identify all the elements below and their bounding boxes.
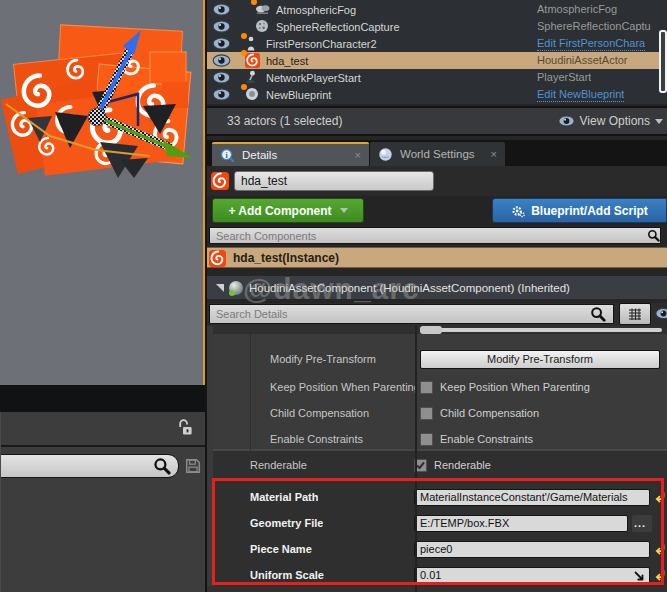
property-row-enable-constraints: Enable Constraints Enable Constraints (213, 426, 667, 452)
keep-position-checkbox[interactable] (420, 381, 433, 394)
view-options-button[interactable]: View Options (558, 114, 663, 128)
outliner-row-atmosphericfog[interactable]: AtmosphericFog AtmosphericFog (207, 1, 667, 18)
property-label: Piece Name (250, 543, 312, 555)
next-row-sliver (207, 586, 667, 592)
chevron-down-icon (340, 208, 348, 213)
search-components-input[interactable] (209, 227, 661, 244)
outliner-row-hda-test[interactable]: hda_test HoudiniAssetActor (207, 52, 667, 69)
details-properties-panel: Modify Pre-Transform Modify Pre-Transfor… (207, 326, 667, 592)
panel-gap (0, 385, 205, 412)
material-path-field[interactable] (414, 489, 650, 506)
asset-search-row (1, 452, 205, 482)
uniform-scale-field[interactable] (414, 567, 650, 584)
property-label: Modify Pre-Transform (270, 353, 376, 365)
property-label: Uniform Scale (250, 569, 324, 581)
component-label: HoudiniAssetComponent (HoudiniAssetCompo… (249, 282, 570, 294)
property-row-material-path: Material Path (207, 484, 661, 510)
edit-blueprint-link[interactable]: Edit FirstPersonChara (537, 36, 645, 51)
player-start-icon (245, 70, 260, 85)
right-column: AtmosphericFog AtmosphericFog SphereRefl… (207, 0, 667, 592)
visibility-eye-icon[interactable] (212, 88, 231, 101)
add-component-button[interactable]: + Add Component (212, 198, 364, 223)
enable-constraints-checkbox[interactable] (420, 433, 433, 446)
value-drag-icon[interactable] (634, 571, 644, 581)
display-filter-eye-icon[interactable] (655, 307, 667, 320)
actor-name-row (207, 166, 667, 196)
outliner-row-newblueprint[interactable]: NewBlueprint Edit NewBlueprint (207, 86, 667, 103)
component-row-houdiniassetcomponent[interactable]: HoudiniAssetComponent (HoudiniAssetCompo… (207, 276, 667, 299)
property-row-uniform-scale: Uniform Scale (207, 562, 661, 588)
tab-bar: Details × World Settings × (207, 140, 667, 166)
property-row-modify-pre-transform: Modify Pre-Transform Modify Pre-Transfor… (213, 346, 667, 372)
edit-blueprint-link[interactable]: Edit NewBlueprint (537, 87, 624, 102)
blueprint-add-script-button[interactable]: Blueprint/Add Script (492, 198, 667, 223)
actor-label: NetworkPlayerStart (266, 72, 361, 84)
visibility-eye-icon[interactable] (212, 20, 231, 33)
actor-label: NewBlueprint (266, 89, 331, 101)
component-buttons-row: + Add Component Blueprint/Add Script (207, 196, 667, 225)
checkbox-label: Keep Position When Parenting (440, 381, 590, 393)
column-splitter[interactable] (415, 326, 417, 592)
outliner-scrollbar-thumb[interactable] (659, 30, 667, 93)
blueprint-label: Blueprint/Add Script (531, 204, 648, 218)
instance-label: hda_test(Instance) (233, 251, 339, 265)
houdini-asset-icon (245, 53, 260, 68)
actor-type: SphereReflectionCaptu (537, 18, 651, 35)
visibility-eye-icon[interactable] (212, 71, 231, 84)
view-options-label: View Options (580, 114, 650, 128)
property-label: Material Path (250, 491, 318, 503)
property-label: Renderable (250, 459, 307, 471)
expanded-arrow-icon[interactable] (216, 284, 224, 292)
button-label: Modify Pre-Transform (487, 353, 593, 365)
modify-pre-transform-button[interactable]: Modify Pre-Transform (420, 350, 660, 369)
outliner-row-networkplayerstart[interactable]: NetworkPlayerStart PlayerStart (207, 69, 667, 86)
property-matrix-button[interactable] (619, 303, 651, 325)
geometry-file-field[interactable] (414, 515, 628, 532)
save-search-icon[interactable] (185, 458, 201, 474)
visibility-eye-icon[interactable] (212, 54, 231, 67)
component-tree-root-row[interactable]: hda_test(Instance) (207, 247, 667, 268)
close-icon[interactable]: × (491, 148, 497, 160)
reset-to-default-icon[interactable] (654, 569, 666, 582)
outliner-status-bar: 33 actors (1 selected) View Options (207, 106, 667, 136)
eye-icon (558, 115, 575, 127)
piece-name-field[interactable] (414, 541, 650, 558)
visibility-eye-icon[interactable] (212, 37, 231, 50)
actor-count-status: 33 actors (1 selected) (227, 114, 342, 128)
actor-name-field[interactable] (234, 171, 434, 191)
content-browser-panel (0, 412, 205, 592)
unlock-icon[interactable] (177, 418, 195, 438)
search-icon (647, 229, 660, 242)
actor-type: HoudiniAssetActor (537, 52, 628, 69)
blueprint-icon (245, 87, 260, 102)
reset-to-default-icon[interactable] (654, 491, 666, 504)
content-browser-header (1, 412, 205, 447)
reset-to-default-icon[interactable] (654, 543, 666, 556)
close-icon[interactable]: × (355, 149, 361, 161)
houdini-icon (209, 250, 226, 267)
search-icon (153, 457, 171, 475)
component-sphere-icon (229, 281, 243, 295)
3d-viewport[interactable] (0, 0, 205, 385)
visibility-eye-icon[interactable] (212, 3, 231, 16)
tab-label: World Settings (400, 148, 475, 160)
actor-label: hda_test (266, 55, 308, 67)
property-label: Child Compensation (270, 407, 369, 419)
tab-world-settings[interactable]: World Settings × (370, 142, 505, 166)
child-compensation-checkbox[interactable] (420, 407, 433, 420)
tab-details[interactable]: Details × (212, 142, 369, 166)
details-tab-icon (220, 148, 235, 163)
add-component-label: + Add Component (228, 204, 331, 218)
character-icon (245, 36, 260, 51)
browse-button[interactable]: ... (632, 515, 652, 532)
search-details-input[interactable] (209, 304, 614, 324)
outliner-row-firstpersoncharacter2[interactable]: FirstPersonCharacter2 Edit FirstPersonCh… (207, 35, 667, 52)
property-row-child-compensation: Child Compensation Child Compensation (213, 400, 667, 426)
clipped-widget-handle (420, 326, 442, 334)
world-settings-icon (378, 147, 393, 162)
property-label: Geometry File (250, 517, 323, 529)
world-outliner: AtmosphericFog AtmosphericFog SphereRefl… (207, 0, 667, 104)
outliner-row-spherereflection[interactable]: SphereReflectionCapture SphereReflection… (207, 18, 667, 35)
chevron-down-icon (655, 119, 663, 124)
actor-type: AtmosphericFog (537, 1, 617, 18)
